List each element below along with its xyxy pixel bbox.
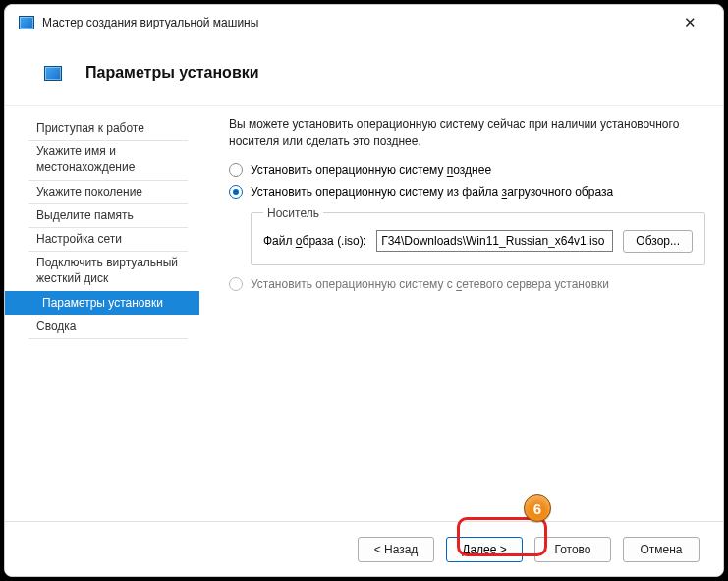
browse-button[interactable]: Обзор... xyxy=(623,230,693,253)
option-install-later-label: Установить операционную систему позднее xyxy=(251,163,491,177)
sidebar-item-getting-started[interactable]: Приступая к работе xyxy=(5,116,199,140)
radio-icon xyxy=(229,185,243,199)
page-title: Параметры установки xyxy=(85,64,259,82)
media-group: Носитель Файл образа (.iso): Обзор... xyxy=(251,206,705,265)
next-button[interactable]: Далее > xyxy=(446,537,523,562)
option-install-from-image-label: Установить операционную систему из файла… xyxy=(251,185,613,199)
page-icon xyxy=(44,66,62,81)
sidebar-item-generation[interactable]: Укажите поколение xyxy=(5,180,199,203)
iso-file-input[interactable] xyxy=(376,230,613,252)
sidebar-item-install-options[interactable]: Параметры установки xyxy=(5,291,199,315)
intro-text: Вы можете установить операционную систем… xyxy=(229,116,705,149)
finish-button[interactable]: Готово xyxy=(534,537,611,562)
wizard-footer: < Назад Далее > Готово Отмена xyxy=(5,521,723,576)
cancel-button[interactable]: Отмена xyxy=(623,537,700,562)
option-install-later[interactable]: Установить операционную систему позднее xyxy=(229,163,705,177)
radio-icon xyxy=(229,277,243,291)
page-header: Параметры установки xyxy=(5,38,723,106)
app-icon xyxy=(19,16,34,29)
main-panel: Вы можете установить операционную систем… xyxy=(199,106,723,514)
sidebar-item-vhd[interactable]: Подключить виртуальный жесткий диск xyxy=(5,251,199,290)
option-install-from-image[interactable]: Установить операционную систему из файла… xyxy=(229,185,705,199)
option-install-from-network[interactable]: Установить операционную систему с сетево… xyxy=(229,277,705,291)
sidebar-item-network[interactable]: Настройка сети xyxy=(5,227,199,251)
back-button[interactable]: < Назад xyxy=(358,537,434,562)
titlebar: Мастер создания виртуальной машины ✕ xyxy=(5,5,723,38)
close-icon[interactable]: ✕ xyxy=(670,14,709,31)
iso-file-label: Файл образа (.iso): xyxy=(263,234,366,248)
radio-icon xyxy=(229,163,243,177)
sidebar-item-summary[interactable]: Сводка xyxy=(5,315,199,338)
window-title: Мастер создания виртуальной машины xyxy=(42,16,258,29)
wizard-window: Мастер создания виртуальной машины ✕ Пар… xyxy=(4,4,724,577)
sidebar-item-memory[interactable]: Выделите память xyxy=(5,203,199,227)
media-legend: Носитель xyxy=(263,206,323,220)
wizard-steps-sidebar: Приступая к работе Укажите имя и местона… xyxy=(5,106,199,514)
option-install-from-network-label: Установить операционную систему с сетево… xyxy=(251,277,609,291)
sidebar-item-name-location[interactable]: Укажите имя и местонахождение xyxy=(5,140,199,179)
